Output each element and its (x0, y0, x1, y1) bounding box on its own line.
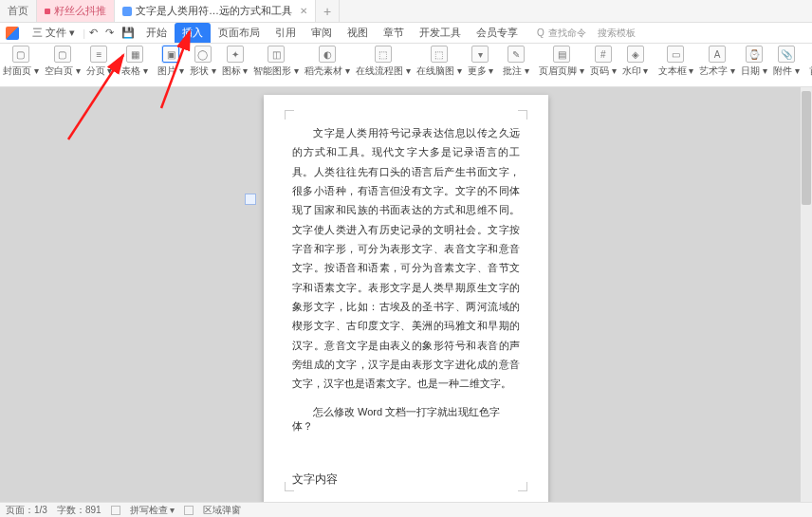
menu-tab-2[interactable]: 页面布局 (211, 23, 268, 43)
margin-corner-icon (518, 482, 527, 491)
status-spell-icon[interactable] (111, 506, 120, 515)
日期-icon: ⌚ (746, 46, 763, 63)
ribbon-首字下沉[interactable]: A首字下沉 ▾ (806, 46, 812, 78)
status-area-icon[interactable] (184, 506, 194, 515)
ribbon-label: 页眉页脚 ▾ (539, 65, 584, 78)
ribbon-图片[interactable]: ▣图片 ▾ (155, 46, 187, 78)
表格-icon: ▦ (126, 46, 143, 63)
title-bar: 首页 籽丝么抖推 文字是人类用符…远的方式和工具 ✕ + (0, 0, 812, 23)
tab-pink-icon (45, 9, 50, 14)
status-spell[interactable]: 拼写检查 ▾ (130, 504, 175, 517)
ribbon-在线流程图[interactable]: ⬚在线流程图 ▾ (353, 46, 414, 78)
search-hint: 查找命令 (548, 27, 586, 40)
水印-icon: ◈ (627, 46, 644, 63)
ribbon-label: 表格 ▾ (121, 65, 148, 78)
ribbon-页码[interactable]: #页码 ▾ (587, 46, 619, 78)
ribbon-label: 日期 ▾ (741, 65, 767, 78)
ribbon-label: 艺术字 ▾ (699, 65, 735, 78)
ribbon-页眉页脚[interactable]: ▤页眉页脚 ▾ (536, 46, 587, 78)
空白页-icon: ▢ (54, 46, 71, 63)
document-subheading[interactable]: 文字内容 (292, 471, 520, 488)
tab-document[interactable]: 文字是人类用符…远的方式和工具 ✕ (115, 0, 316, 22)
menu-tab-0[interactable]: 开始 (138, 23, 175, 43)
document-workspace[interactable]: 文字是人类用符号记录表达信息以传之久远的方式和工具。现代文字大多是记录语言的工具… (0, 87, 812, 502)
ribbon-label: 空白页 ▾ (45, 65, 81, 78)
status-bar: 页面：1/3 字数：891 拼写检查 ▾ 区域弹窗 (0, 502, 812, 517)
menu-tab-5[interactable]: 视图 (340, 23, 376, 43)
tab-new[interactable]: + (316, 0, 340, 22)
页眉页脚-icon: ▤ (553, 46, 570, 63)
ribbon-label: 文本框 ▾ (658, 65, 694, 78)
ribbon-label: 首字下沉 ▾ (809, 65, 812, 78)
分页-icon: ≡ (90, 46, 107, 63)
ribbon-label: 更多 ▾ (468, 65, 494, 78)
document-page-1: 文字是人类用符号记录表达信息以传之久远的方式和工具。现代文字大多是记录语言的工具… (264, 95, 548, 502)
menu-tab-7[interactable]: 开发工具 (412, 23, 469, 43)
tab-document-label: 文字是人类用符…远的方式和工具 (136, 4, 292, 18)
ribbon-分页[interactable]: ≡分页 ▾ (83, 46, 116, 78)
形状-icon: ◯ (194, 46, 212, 63)
menu-tab-1[interactable]: 插入 (175, 23, 211, 43)
menu-undo[interactable]: ↶ (85, 24, 102, 42)
ribbon-附件[interactable]: 📎附件 ▾ (770, 46, 803, 78)
智能图形-icon: ◫ (268, 46, 285, 63)
menu-tab-6[interactable]: 章节 (376, 23, 412, 43)
图片-icon: ▣ (162, 46, 179, 63)
tab-close-icon[interactable]: ✕ (300, 6, 307, 16)
menu-file[interactable]: 三 文件 ▾ (25, 23, 83, 43)
doc-icon (122, 7, 132, 16)
status-page: 页面：1/3 (6, 504, 47, 517)
ribbon-label: 在线流程图 ▾ (356, 65, 411, 78)
status-area[interactable]: 区域弹窗 (203, 504, 241, 517)
search-icon: Q (537, 28, 544, 38)
ribbon-表格[interactable]: ▦表格 ▾ (119, 46, 151, 78)
ribbon-封面页[interactable]: ▢封面页 ▾ (0, 46, 42, 78)
margin-corner-icon (285, 110, 294, 120)
ribbon-形状[interactable]: ◯形状 ▾ (187, 46, 219, 78)
ribbon-更多[interactable]: ▾更多 ▾ (465, 46, 497, 78)
附件-icon: 📎 (778, 46, 795, 63)
ribbon-文本框[interactable]: ▭文本框 ▾ (655, 46, 697, 78)
艺术字-icon: A (709, 46, 726, 63)
ribbon-label: 分页 ▾ (86, 65, 113, 78)
tab-home[interactable]: 首页 (0, 0, 37, 22)
menu-tabs: 开始插入页面布局引用审阅视图章节开发工具会员专享 (138, 23, 526, 43)
ribbon-label: 页码 ▾ (590, 65, 617, 78)
ribbon-label: 稻壳素材 ▾ (304, 65, 350, 78)
ribbon-label: 智能图形 ▾ (253, 65, 299, 78)
ribbon-水印[interactable]: ◈水印 ▾ (619, 46, 652, 78)
ribbon-label: 在线脑图 ▾ (416, 65, 462, 78)
document-body-text[interactable]: 文字是人类用符号记录表达信息以传之久远的方式和工具。现代文字大多是记录语言的工具… (292, 123, 520, 394)
ribbon-图标[interactable]: ✦图标 ▾ (219, 46, 251, 78)
menu-tab-8[interactable]: 会员专享 (469, 23, 526, 43)
menu-save[interactable]: 💾 (118, 24, 138, 42)
ribbon-在线脑图[interactable]: ⬚在线脑图 ▾ (414, 46, 465, 78)
ribbon-label: 图标 ▾ (222, 65, 249, 78)
稻壳素材-icon: ◐ (319, 46, 336, 63)
command-search[interactable]: Q 查找命令 搜索模板 (537, 27, 636, 40)
menu-bar: 三 文件 ▾ | ↶ ↷ 💾 开始插入页面布局引用审阅视图章节开发工具会员专享 … (0, 23, 812, 44)
vertical-scrollbar[interactable] (801, 87, 812, 502)
app-logo-icon (6, 27, 19, 40)
plus-icon: + (323, 4, 331, 19)
ribbon-批注[interactable]: ✎批注 ▾ (500, 46, 532, 78)
ribbon-智能图形[interactable]: ◫智能图形 ▾ (250, 46, 302, 78)
ribbon-日期[interactable]: ⌚日期 ▾ (738, 46, 770, 78)
在线流程图-icon: ⬚ (375, 46, 392, 63)
side-marker-icon (245, 194, 256, 205)
ribbon-label: 附件 ▾ (773, 65, 800, 78)
ribbon-空白页[interactable]: ▢空白页 ▾ (42, 46, 83, 78)
tab-pink[interactable]: 籽丝么抖推 (37, 0, 115, 22)
ribbon-label: 图片 ▾ (157, 65, 184, 78)
ribbon-稻壳素材[interactable]: ◐稻壳素材 ▾ (302, 46, 353, 78)
ribbon-label: 批注 ▾ (503, 65, 529, 78)
ribbon-艺术字[interactable]: A艺术字 ▾ (696, 46, 738, 78)
menu-redo[interactable]: ↷ (102, 24, 118, 42)
文本框-icon: ▭ (667, 46, 684, 63)
scrollbar-thumb[interactable] (802, 91, 811, 205)
更多-icon: ▾ (471, 46, 489, 63)
menu-tab-3[interactable]: 引用 (268, 23, 304, 43)
menu-tab-4[interactable]: 审阅 (304, 23, 340, 43)
document-question-text[interactable]: 怎么修改 Word 文档一打字就出现红色字体？ (292, 405, 520, 434)
status-words: 字数：891 (57, 504, 102, 517)
